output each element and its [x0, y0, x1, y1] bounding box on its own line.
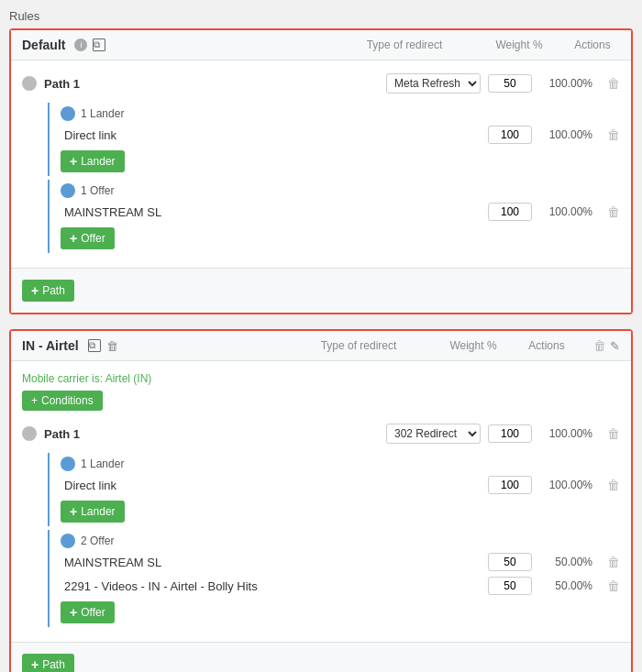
- header-actions: 🗑 ✎: [580, 338, 620, 353]
- header-trash[interactable]: 🗑: [593, 338, 606, 353]
- airtel-offer-section: 2 Offer MAINSTREAM SL 50.00% 🗑 2291 - Vi…: [48, 530, 620, 627]
- rule-airtel-cols: Type of redirect Weight % Actions: [124, 339, 574, 352]
- plus-icon-offer: +: [70, 231, 77, 246]
- add-lander-button[interactable]: + Lander: [61, 150, 125, 172]
- col-weight-airtel: Weight %: [427, 339, 519, 352]
- path-status-circle: [22, 76, 37, 91]
- airtel-path-1-row: Path 1 Meta Refresh 302 Redirect 301 Red…: [22, 418, 620, 449]
- airtel-lander-count: 1 Lander: [81, 457, 124, 470]
- rule-airtel-title: IN - Airtel: [22, 338, 79, 353]
- add-offer-button[interactable]: + Offer: [61, 227, 115, 249]
- rules-title: Rules: [9, 9, 633, 28]
- header-edit-icon[interactable]: ✎: [610, 339, 620, 353]
- offer-weight[interactable]: [488, 203, 532, 221]
- add-path-row-2: + Path: [11, 642, 631, 672]
- rules-container: Default i ⧉ Type of redirect Weight % Ac…: [9, 28, 633, 672]
- col-actions-airtel: Actions: [519, 339, 574, 352]
- plus-icon: +: [70, 154, 77, 169]
- airtel-offer-circle: [61, 534, 75, 548]
- airtel-offer-delete-1[interactable]: 🗑: [607, 555, 620, 569]
- airtel-path-1-label: Path 1: [44, 427, 379, 441]
- add-lander-label: Lander: [81, 155, 115, 168]
- airtel-redirect-type-select[interactable]: Meta Refresh 302 Redirect 301 Redirect: [386, 424, 481, 444]
- add-path-button-1[interactable]: + Path: [22, 280, 74, 302]
- rule-in-airtel: IN - Airtel ⧉ 🗑 Type of redirect Weight …: [9, 329, 633, 672]
- rule-default: Default i ⧉ Type of redirect Weight % Ac…: [9, 28, 633, 314]
- airtel-redirect-select-wrap: Meta Refresh 302 Redirect 301 Redirect: [386, 424, 481, 444]
- offer-count: 1 Offer: [81, 184, 114, 197]
- rule-airtel-body: Mobile carrier is: Airtel (IN) + Conditi…: [11, 361, 631, 642]
- airtel-lander-pct: 100.00%: [539, 479, 592, 491]
- rule-default-title: Default: [22, 38, 65, 52]
- lander-weight[interactable]: [488, 126, 532, 144]
- lander-section: 1 Lander Direct link 100.00% 🗑 + Lander: [48, 103, 620, 176]
- airtel-lander-circle: [61, 457, 75, 471]
- airtel-offer-item-1: MAINSTREAM SL 50.00% 🗑: [61, 550, 620, 574]
- conditions-label: Conditions: [41, 394, 94, 407]
- offer-section: 1 Offer MAINSTREAM SL 100.00% 🗑 + Offer: [48, 180, 620, 253]
- airtel-lander-section: 1 Lander Direct link 100.00% 🗑 + Lander: [48, 453, 620, 526]
- lander-delete-icon[interactable]: 🗑: [607, 127, 620, 142]
- col-weight-label: Weight %: [473, 39, 565, 51]
- add-path-label-1: Path: [42, 284, 65, 297]
- path-1-label: Path 1: [44, 77, 379, 91]
- airtel-offer-delete-2[interactable]: 🗑: [607, 578, 620, 593]
- path-1-delete-icon[interactable]: 🗑: [607, 76, 620, 91]
- airtel-path-status-circle: [22, 426, 37, 441]
- offer-item-name: MAINSTREAM SL: [61, 205, 481, 219]
- add-offer-label: Offer: [81, 232, 105, 245]
- airtel-offer-weight-2[interactable]: [488, 577, 532, 595]
- condition-text: Mobile carrier is: Airtel (IN): [22, 369, 620, 391]
- airtel-lander-item-name: Direct link: [61, 479, 481, 492]
- airtel-offer-item-2: 2291 - Videos - IN - Airtel - Bolly Hits…: [61, 574, 620, 598]
- airtel-offer-weight-1[interactable]: [488, 553, 532, 571]
- rule-default-body: Path 1 Meta Refresh 302 Redirect 301 Red…: [11, 61, 631, 268]
- path-1-weight[interactable]: [488, 74, 532, 93]
- col-actions-label: Actions: [565, 39, 620, 51]
- airtel-lander-item-row: Direct link 100.00% 🗑: [61, 473, 620, 497]
- rule-default-cols: Type of redirect Weight % Actions: [111, 39, 620, 51]
- plus-path-icon-2: +: [31, 657, 39, 672]
- trash-icon-airtel[interactable]: 🗑: [106, 339, 118, 353]
- conditions-button[interactable]: + Conditions: [22, 391, 103, 411]
- rules-wrapper: Rules Default i ⧉ Type of redirect Weigh…: [9, 9, 633, 672]
- redirect-type-select-wrap: Meta Refresh 302 Redirect 301 Redirect: [386, 73, 481, 94]
- add-path-row-1: + Path: [11, 268, 631, 313]
- lander-count: 1 Lander: [81, 107, 124, 120]
- airtel-offer-header: 2 Offer: [61, 530, 620, 550]
- path-1-row: Path 1 Meta Refresh 302 Redirect 301 Red…: [22, 68, 620, 99]
- plus-offer-icon-2: +: [70, 605, 77, 620]
- airtel-offer-name-1: MAINSTREAM SL: [61, 556, 481, 569]
- airtel-offer-pct-2: 50.00%: [539, 579, 592, 592]
- plus-conditions-icon: +: [31, 394, 38, 407]
- lander-pct: 100.00%: [539, 128, 592, 141]
- add-airtel-lander-label: Lander: [81, 505, 115, 518]
- rule-airtel-header: IN - Airtel ⧉ 🗑 Type of redirect Weight …: [11, 331, 631, 361]
- offer-delete-icon[interactable]: 🗑: [607, 204, 620, 219]
- airtel-lander-weight[interactable]: [488, 476, 532, 494]
- col-type-label: Type of redirect: [336, 39, 473, 51]
- offer-pct: 100.00%: [539, 205, 592, 218]
- airtel-path-1-pct: 100.00%: [539, 427, 592, 440]
- airtel-offer-pct-1: 50.00%: [539, 556, 592, 568]
- redirect-type-select[interactable]: Meta Refresh 302 Redirect 301 Redirect: [386, 73, 481, 94]
- airtel-path-1-delete-icon[interactable]: 🗑: [607, 426, 620, 441]
- copy-icon[interactable]: ⧉: [93, 39, 105, 51]
- plus-lander-icon-2: +: [70, 504, 77, 519]
- airtel-path-1-weight[interactable]: [488, 424, 532, 443]
- add-path-button-2[interactable]: + Path: [22, 654, 74, 672]
- path-1-pct: 100.00%: [539, 77, 592, 90]
- add-airtel-lander-button[interactable]: + Lander: [61, 501, 125, 523]
- rule-default-header: Default i ⧉ Type of redirect Weight % Ac…: [11, 30, 631, 61]
- col-type-airtel: Type of redirect: [290, 339, 427, 352]
- offer-header-row: 1 Offer: [61, 180, 620, 200]
- airtel-offer-name-2: 2291 - Videos - IN - Airtel - Bolly Hits: [61, 579, 481, 593]
- copy-icon-airtel[interactable]: ⧉: [88, 339, 101, 352]
- airtel-lander-delete-icon[interactable]: 🗑: [607, 478, 620, 492]
- airtel-lander-header: 1 Lander: [61, 453, 620, 473]
- add-airtel-offer-button[interactable]: + Offer: [61, 601, 115, 623]
- info-icon[interactable]: i: [74, 39, 87, 51]
- airtel-offer-count: 2 Offer: [81, 534, 114, 547]
- add-airtel-offer-label: Offer: [81, 606, 105, 619]
- lander-header-row: 1 Lander: [61, 103, 620, 123]
